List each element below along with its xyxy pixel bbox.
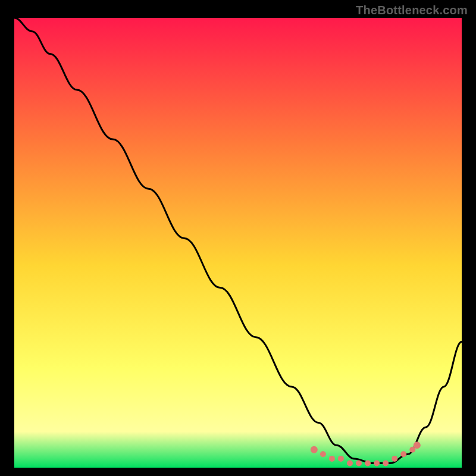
attribution-text: TheBottleneck.com [356,4,468,17]
highlight-dot [329,456,335,462]
gradient-background [14,18,462,468]
highlight-dot [320,451,326,457]
highlight-dot [338,456,344,462]
highlight-dot [400,451,406,457]
plot-area [14,18,462,468]
highlight-dot [383,460,389,466]
highlight-dot [374,460,380,466]
highlight-dot [311,446,318,453]
highlight-dot [365,460,371,466]
chart-frame: TheBottleneck.com [0,0,476,476]
highlight-dot [356,460,362,466]
highlight-dot [392,456,397,462]
highlight-dot [347,460,353,466]
chart-svg [14,18,462,468]
highlight-dot [414,441,421,449]
